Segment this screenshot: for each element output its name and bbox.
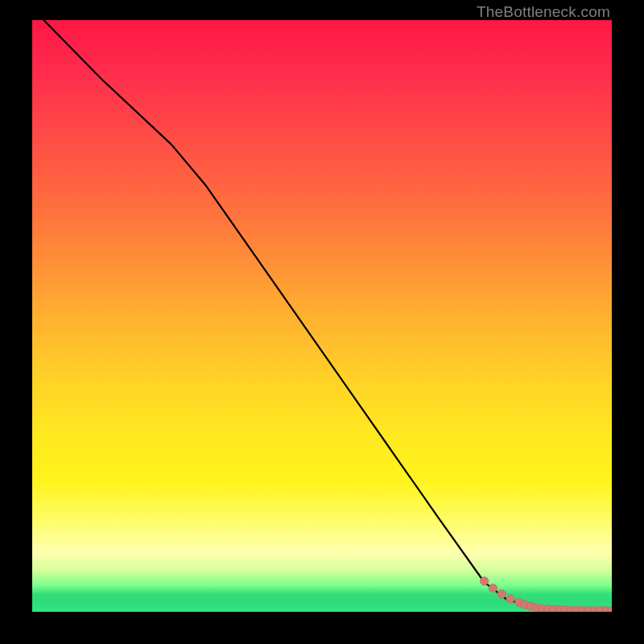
bottleneck-curve xyxy=(43,20,612,611)
data-point-marker xyxy=(506,595,514,603)
attribution-label: TheBottleneck.com xyxy=(477,3,610,21)
data-point-marker xyxy=(497,590,506,598)
plot-area xyxy=(32,20,612,612)
chart-svg xyxy=(32,20,612,612)
data-point-marker xyxy=(489,584,497,592)
data-point-marker xyxy=(480,577,488,585)
chart-stage: TheBottleneck.com xyxy=(0,0,644,644)
curve-layer xyxy=(43,20,612,611)
marker-layer xyxy=(480,577,612,612)
